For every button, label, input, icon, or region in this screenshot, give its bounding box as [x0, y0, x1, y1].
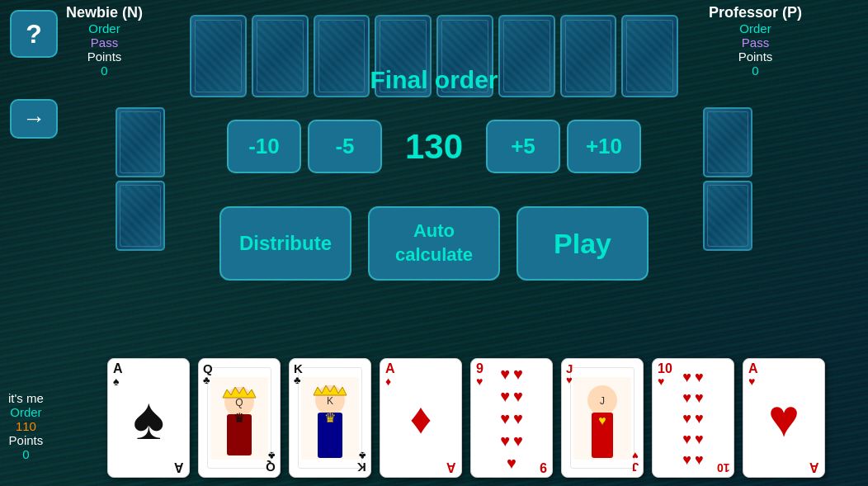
card5-rank: 9 [476, 362, 484, 375]
opponent-card-6 [498, 15, 555, 97]
card2-rank-bot: Q [266, 460, 276, 474]
card4-center: ♦ [410, 394, 432, 443]
left-player-hand [116, 107, 165, 251]
action-buttons: Distribute Autocalculate Play [219, 206, 649, 281]
player-me: it's me Order 110 Points 0 [8, 391, 44, 461]
card6-suit-bot: ♥ [632, 450, 639, 462]
prof-pass-label: Pass [709, 35, 802, 50]
left-card-2 [116, 181, 165, 251]
plus5-button[interactable]: +5 [486, 120, 560, 173]
order-controls: -10 -5 130 +5 +10 [227, 120, 641, 173]
newbie-pass-label: Pass [66, 35, 143, 50]
final-order-title: Final order [370, 66, 498, 94]
card2-face: Q ♛ [207, 367, 271, 469]
card7-rank-bot: 10 [717, 462, 730, 474]
card6-face: J ♥ [570, 367, 634, 469]
opponent-card-8 [621, 15, 678, 97]
card8-rank-bot: A [809, 460, 819, 474]
card1-rank-bot: A [174, 460, 184, 474]
right-card-2 [703, 181, 752, 251]
card3-rank-bot: K [357, 460, 366, 474]
auto-calculate-button[interactable]: Autocalculate [368, 206, 500, 281]
distribute-button[interactable]: Distribute [219, 206, 351, 281]
plus10-button[interactable]: +10 [567, 120, 641, 173]
opponent-card-7 [560, 15, 617, 97]
hand-card-1[interactable]: A ♠ ♠ A [107, 358, 190, 478]
question-icon: ? [26, 19, 42, 50]
card1-suit-top: ♠ [113, 375, 119, 387]
left-card-1 [116, 107, 165, 177]
game-container: ? → Newbie (N) Order Pass Points 0 Profe… [0, 0, 868, 486]
arrow-icon: → [22, 106, 45, 132]
opponent-card-1 [190, 15, 247, 97]
hand-card-6[interactable]: J ♥ J ♥ J ♥ [561, 358, 644, 478]
prof-points-label: Points [709, 50, 802, 64]
auto-line1: Auto [413, 220, 455, 241]
svg-text:Q: Q [235, 397, 243, 408]
right-card-1 [703, 107, 752, 177]
player-professor: Professor (P) Order Pass Points 0 [709, 4, 802, 78]
player-hand: A ♠ ♠ A Q ♣ Q ♛ Q ♣ [107, 358, 860, 478]
card4-suit-top: ♦ [385, 375, 391, 387]
card8-rank: A [748, 362, 758, 375]
svg-text:♛: ♛ [324, 411, 336, 425]
hand-card-4[interactable]: A ♦ ♦ A [380, 358, 462, 478]
hand-card-2[interactable]: Q ♣ Q ♛ Q ♣ [198, 358, 281, 478]
order-value-display: 130 [389, 120, 479, 173]
opponent-card-3 [314, 15, 370, 97]
me-order-label: Order [8, 405, 44, 419]
player-newbie: Newbie (N) Order Pass Points 0 [66, 4, 143, 78]
hand-card-3[interactable]: K ♣ K ♛ K ♣ [289, 358, 371, 478]
minus5-button[interactable]: -5 [308, 120, 382, 173]
prof-name: Professor (P) [709, 4, 802, 21]
me-points-label: Points [8, 433, 44, 447]
card7-suit-top: ♥ [658, 375, 664, 387]
auto-line2: calculate [395, 244, 473, 265]
card5-rank-bot: 9 [540, 460, 547, 474]
newbie-points-label: Points [66, 50, 143, 64]
card1-center: ♠ [133, 385, 164, 452]
me-points-val: 0 [8, 447, 44, 461]
hand-card-8[interactable]: A ♥ ♥ A [743, 358, 825, 478]
svg-text:♥: ♥ [598, 413, 606, 427]
card7-rank: 10 [658, 362, 672, 375]
opponent-card-2 [252, 15, 309, 97]
right-player-hand [703, 107, 752, 251]
svg-text:K: K [327, 395, 333, 407]
newbie-order-label: Order [66, 21, 143, 35]
me-order-val: 110 [8, 419, 44, 433]
card5-suit-top: ♥ [476, 375, 483, 387]
card5-pips: ♥♥ ♥♥ ♥♥ ♥♥ ♥ [500, 364, 523, 472]
card7-pips: ♥♥ ♥♥ ♥♥ ♥♥ ♥♥ [682, 368, 703, 468]
prof-order-label: Order [709, 21, 802, 35]
hand-card-7[interactable]: 10 ♥ ♥♥ ♥♥ ♥♥ ♥♥ ♥♥ 10 [652, 358, 734, 478]
help-button[interactable]: ? [10, 10, 58, 58]
card6-rank-bot: J [632, 460, 639, 474]
card4-rank-bot: A [446, 460, 456, 474]
hand-card-5[interactable]: 9 ♥ ♥♥ ♥♥ ♥♥ ♥♥ ♥ 9 [470, 358, 553, 478]
card4-rank: A [385, 362, 395, 375]
svg-text:J: J [600, 395, 605, 407]
svg-text:♛: ♛ [234, 411, 245, 425]
card2-suit-bot: ♣ [268, 450, 276, 462]
prof-points-val: 0 [709, 64, 802, 78]
newbie-points-val: 0 [66, 64, 143, 78]
newbie-name: Newbie (N) [66, 4, 143, 21]
arrow-button[interactable]: → [10, 99, 58, 139]
card1-rank: A [113, 362, 123, 375]
card8-center: ♥ [768, 388, 800, 449]
play-button[interactable]: Play [517, 206, 649, 281]
minus10-button[interactable]: -10 [227, 120, 301, 173]
me-label: it's me [8, 391, 44, 405]
card8-suit-top: ♥ [748, 375, 755, 387]
card3-suit-bot: ♣ [359, 450, 366, 462]
card3-face: K ♛ [298, 367, 362, 469]
